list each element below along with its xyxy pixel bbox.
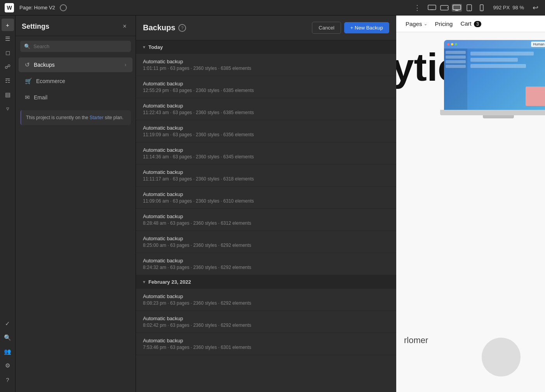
nav-item-ecommerce[interactable]: 🛒 Ecommerce xyxy=(19,74,132,88)
laptop-label: Human X xyxy=(531,42,545,47)
backup-list: ▼ Today Automatic backup 1:01:11 pm · 63… xyxy=(136,40,396,392)
backup-item-meta: 1:01:11 pm · 63 pages · 2360 styles · 63… xyxy=(143,66,389,71)
backup-item[interactable]: Automatic backup 8:24:32 am · 63 pages ·… xyxy=(136,253,396,275)
backup-item[interactable]: Automatic backup 8:28:48 am · 63 pages ·… xyxy=(136,209,396,231)
laptop-screen-inner xyxy=(444,40,545,110)
assets-icon[interactable]: ☍ xyxy=(2,61,14,73)
section-today-label: Today xyxy=(148,44,163,50)
backup-item-title: Automatic backup xyxy=(143,147,389,153)
email-nav-label: Email xyxy=(34,94,126,101)
main-row xyxy=(470,64,526,68)
settings-close-button[interactable]: × xyxy=(120,22,129,31)
plan-info-box: This project is currently on the Starter… xyxy=(20,110,131,125)
undo-button[interactable]: ↩ xyxy=(530,3,540,13)
add-element-icon[interactable]: + xyxy=(2,19,14,31)
backup-item[interactable]: Automatic backup 7:53:46 pm · 63 pages ·… xyxy=(136,333,396,355)
settings-title: Settings xyxy=(22,23,49,31)
backup-item[interactable]: Automatic backup 8:02:42 pm · 63 pages ·… xyxy=(136,311,396,333)
section-today[interactable]: ▼ Today xyxy=(136,40,396,54)
device-switcher xyxy=(427,4,487,12)
backups-actions: Cancel + New Backup xyxy=(312,22,389,34)
main-row xyxy=(470,52,534,56)
backup-item-meta: 12:55:29 pm · 63 pages · 2360 styles · 6… xyxy=(143,88,389,93)
search-icon[interactable]: 🔍 xyxy=(2,331,14,344)
canvas-size: 992 PX 98 % xyxy=(493,5,524,10)
sidebar-mini-item xyxy=(446,65,466,68)
backup-item[interactable]: Automatic backup 1:01:11 pm · 63 pages ·… xyxy=(136,54,396,76)
laptop-mockup: Human X xyxy=(444,40,545,118)
canvas-nav-pages[interactable]: Pages ⌄ xyxy=(406,21,427,27)
nav-item-email[interactable]: ✉ Email xyxy=(19,90,132,105)
backups-help-icon[interactable]: ? xyxy=(178,24,186,32)
settings-header: Settings × xyxy=(16,16,136,36)
backup-item-title: Automatic backup xyxy=(143,213,389,219)
backup-item-title: Automatic backup xyxy=(143,103,389,109)
ecommerce-nav-label: Ecommerce xyxy=(36,78,126,84)
backup-item[interactable]: Automatic backup 11:11:17 am · 63 pages … xyxy=(136,165,396,187)
laptop-screen-bar xyxy=(444,40,545,49)
section-today-arrow: ▼ xyxy=(142,45,146,49)
backup-item[interactable]: Automatic backup 11:14:36 am · 63 pages … xyxy=(136,142,396,165)
svg-point-10 xyxy=(482,10,482,10)
backup-item-meta: 11:14:36 am · 63 pages · 2360 styles · 6… xyxy=(143,154,389,160)
save-status-icon xyxy=(60,4,67,11)
checklist-icon[interactable]: ✓ xyxy=(2,317,14,330)
settings-panel: Settings × 🔍 ↺ Backups › 🛒 Ecommerce ✉ E… xyxy=(16,16,136,392)
navigator-icon[interactable]: ☰ xyxy=(2,33,14,45)
settings-search-container: 🔍 xyxy=(20,41,131,52)
backup-item-meta: 8:25:00 am · 63 pages · 2360 styles · 62… xyxy=(143,243,389,248)
pages-icon[interactable]: ☶ xyxy=(2,75,14,87)
svg-point-3 xyxy=(447,7,448,8)
backups-nav-arrow: › xyxy=(125,62,126,68)
users-icon[interactable]: 👥 xyxy=(2,345,14,358)
settings-search-input[interactable] xyxy=(33,43,127,49)
device-tablet-landscape-icon[interactable] xyxy=(439,4,449,12)
more-options-button[interactable]: ⋮ xyxy=(414,3,421,12)
backup-item-title: Automatic backup xyxy=(143,316,389,321)
device-desktop-icon[interactable] xyxy=(427,4,437,12)
backup-item[interactable]: Automatic backup 11:22:43 am · 63 pages … xyxy=(136,98,396,120)
backups-nav-label: Backups xyxy=(34,62,121,68)
ecommerce-icon[interactable]: ▿ xyxy=(2,102,14,115)
backup-item[interactable]: Automatic backup 11:09:06 am · 63 pages … xyxy=(136,187,396,209)
plan-link[interactable]: Starter xyxy=(89,115,103,120)
backup-item-title: Automatic backup xyxy=(143,338,389,343)
svg-rect-0 xyxy=(428,5,436,10)
topbar: W Page: Home V2 ⋮ 992 PX 98 % ↩ xyxy=(0,0,545,16)
cancel-button[interactable]: Cancel xyxy=(312,22,341,34)
laptop-dot-green xyxy=(455,43,457,45)
settings-icon[interactable]: ⚙ xyxy=(2,359,14,372)
layers-icon[interactable]: ◻ xyxy=(2,47,14,59)
device-phone-icon[interactable] xyxy=(477,4,487,12)
laptop-stand xyxy=(483,115,514,118)
svg-rect-4 xyxy=(453,5,461,10)
cms-icon[interactable]: ▤ xyxy=(2,88,14,101)
backup-item[interactable]: Automatic backup 8:25:00 am · 63 pages ·… xyxy=(136,231,396,253)
pages-chevron-icon: ⌄ xyxy=(424,21,427,26)
section-feb23-label: February 23, 2022 xyxy=(148,279,191,285)
page-info: Page: Home V2 xyxy=(19,5,55,10)
backup-item[interactable]: Automatic backup 12:55:29 pm · 63 pages … xyxy=(136,76,396,98)
help-icon[interactable]: ? xyxy=(2,373,14,386)
backup-item-title: Automatic backup xyxy=(143,236,389,241)
svg-point-8 xyxy=(469,10,470,10)
laptop-dot-yellow xyxy=(451,43,453,45)
backup-item[interactable]: Automatic backup 11:19:09 am · 63 pages … xyxy=(136,120,396,142)
nav-item-backups[interactable]: ↺ Backups › xyxy=(19,57,132,72)
icon-bar-bottom: ✓ 🔍 👥 ⚙ ? xyxy=(2,317,14,389)
device-active-icon[interactable] xyxy=(452,4,462,12)
backup-item-meta: 8:08:23 pm · 63 pages · 2360 styles · 62… xyxy=(143,300,389,306)
main-layout: + ☰ ◻ ☍ ☶ ▤ ▿ ✓ 🔍 👥 ⚙ ? Settings × 🔍 ↺ B… xyxy=(0,16,545,392)
canvas-nav-pricing[interactable]: Pricing xyxy=(435,21,453,27)
backup-item-meta: 8:02:42 pm · 63 pages · 2360 styles · 62… xyxy=(143,323,389,328)
webflow-logo: W xyxy=(5,3,14,12)
backup-item-meta: 11:11:17 am · 63 pages · 2360 styles · 6… xyxy=(143,176,389,182)
new-backup-button[interactable]: + New Backup xyxy=(344,22,389,33)
backup-item[interactable]: Automatic backup 8:08:23 pm · 63 pages ·… xyxy=(136,289,396,311)
canvas-nav-cart[interactable]: Cart 3 xyxy=(460,20,481,27)
laptop-base xyxy=(440,110,545,115)
section-feb23[interactable]: ▼ February 23, 2022 xyxy=(136,275,396,289)
device-tablet-portrait-icon[interactable] xyxy=(464,4,474,12)
laptop-content-area xyxy=(444,49,545,110)
search-icon-small: 🔍 xyxy=(24,43,30,49)
